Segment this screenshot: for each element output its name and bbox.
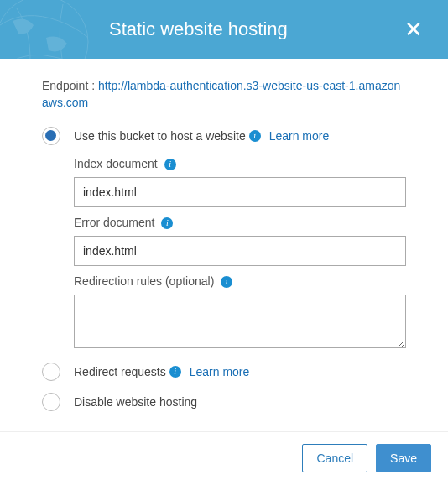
dialog-title: Static website hosting: [109, 18, 288, 40]
radio-disable-hosting[interactable]: [42, 393, 60, 411]
learn-more-link[interactable]: Learn more: [190, 365, 250, 378]
cancel-button[interactable]: Cancel: [302, 444, 367, 472]
index-document-label-text: Index document: [74, 157, 158, 170]
svg-point-0: [0, 0, 88, 59]
redirection-rules-label: Redirection rules (optional) i: [74, 274, 406, 288]
option-disable-label: Disable website hosting: [74, 395, 197, 409]
learn-more-link[interactable]: Learn more: [269, 129, 330, 143]
option-redirect-label: Redirect requests: [74, 365, 166, 378]
info-icon[interactable]: i: [249, 130, 261, 142]
redirection-rules-label-text: Redirection rules (optional): [74, 274, 214, 288]
error-document-label-text: Error document: [74, 216, 154, 229]
error-document-input[interactable]: [74, 236, 406, 266]
radio-host-website[interactable]: [42, 127, 60, 145]
error-document-label: Error document i: [74, 216, 406, 229]
option-disable-hosting[interactable]: Disable website hosting: [42, 393, 406, 411]
index-document-input[interactable]: [74, 177, 406, 207]
redirection-rules-textarea[interactable]: [74, 295, 406, 348]
dialog-footer: Cancel Save: [0, 431, 448, 484]
close-icon[interactable]: ✕: [404, 18, 423, 40]
endpoint-label: Endpoint :: [42, 79, 98, 92]
info-icon[interactable]: i: [164, 159, 176, 170]
dialog-header: Static website hosting ✕: [0, 0, 448, 59]
option-host-website[interactable]: Use this bucket to host a website i Lear…: [42, 127, 406, 145]
info-icon[interactable]: i: [169, 366, 181, 378]
save-button[interactable]: Save: [376, 444, 431, 472]
host-website-form: Index document i Error document i Redire…: [74, 157, 406, 352]
info-icon[interactable]: i: [161, 217, 173, 229]
endpoint-row: Endpoint : http://lambda-authentication.…: [42, 77, 406, 112]
radio-redirect-requests[interactable]: [42, 363, 60, 381]
option-redirect-requests[interactable]: Redirect requests i Learn more: [42, 363, 406, 381]
info-icon[interactable]: i: [221, 276, 232, 288]
index-document-label: Index document i: [74, 157, 406, 170]
dialog-content: Endpoint : http://lambda-authentication.…: [0, 59, 448, 431]
option-host-label: Use this bucket to host a website: [74, 129, 246, 143]
